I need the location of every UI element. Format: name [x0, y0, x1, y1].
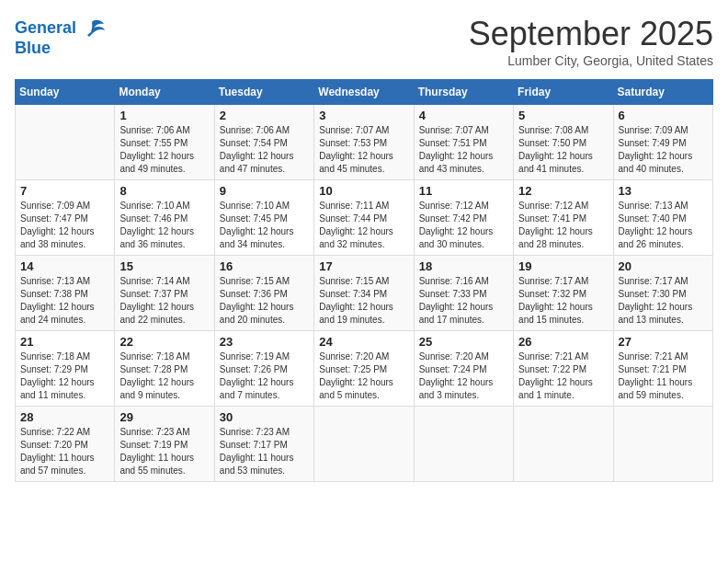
day-info: Sunrise: 7:19 AM Sunset: 7:26 PM Dayligh…	[220, 350, 309, 402]
calendar-cell: 9Sunrise: 7:10 AM Sunset: 7:45 PM Daylig…	[214, 180, 313, 256]
day-number: 25	[419, 335, 508, 349]
calendar-cell: 17Sunrise: 7:15 AM Sunset: 7:34 PM Dayli…	[314, 256, 414, 331]
day-number: 13	[619, 184, 708, 198]
calendar-cell: 26Sunrise: 7:21 AM Sunset: 7:22 PM Dayli…	[514, 331, 613, 407]
calendar-cell: 27Sunrise: 7:21 AM Sunset: 7:21 PM Dayli…	[613, 331, 712, 407]
day-info: Sunrise: 7:07 AM Sunset: 7:51 PM Dayligh…	[419, 124, 508, 176]
calendar-cell: 2Sunrise: 7:06 AM Sunset: 7:54 PM Daylig…	[214, 105, 313, 180]
day-number: 4	[419, 109, 508, 122]
calendar-cell: 5Sunrise: 7:08 AM Sunset: 7:50 PM Daylig…	[514, 105, 613, 180]
day-number: 17	[319, 259, 408, 273]
weekday-header-monday: Monday	[115, 80, 214, 105]
weekday-header-thursday: Thursday	[414, 80, 513, 105]
calendar-cell	[613, 407, 712, 482]
logo-bird-icon	[78, 15, 106, 42]
day-number: 11	[419, 184, 508, 198]
calendar-cell: 19Sunrise: 7:17 AM Sunset: 7:32 PM Dayli…	[514, 256, 613, 331]
calendar-cell	[314, 407, 414, 482]
calendar-week-2: 7Sunrise: 7:09 AM Sunset: 7:47 PM Daylig…	[16, 180, 713, 256]
calendar-cell	[514, 407, 613, 482]
day-number: 22	[119, 335, 209, 349]
day-info: Sunrise: 7:21 AM Sunset: 7:21 PM Dayligh…	[619, 350, 708, 402]
day-info: Sunrise: 7:17 AM Sunset: 7:30 PM Dayligh…	[619, 275, 708, 327]
day-number: 29	[119, 410, 209, 424]
calendar-week-4: 21Sunrise: 7:18 AM Sunset: 7:29 PM Dayli…	[16, 331, 713, 407]
day-info: Sunrise: 7:15 AM Sunset: 7:36 PM Dayligh…	[220, 275, 309, 327]
day-info: Sunrise: 7:10 AM Sunset: 7:45 PM Dayligh…	[220, 200, 309, 251]
day-info: Sunrise: 7:14 AM Sunset: 7:37 PM Dayligh…	[119, 275, 209, 327]
calendar-cell: 1Sunrise: 7:06 AM Sunset: 7:55 PM Daylig…	[115, 105, 214, 180]
calendar-table: SundayMondayTuesdayWednesdayThursdayFrid…	[15, 79, 713, 482]
day-number: 30	[220, 410, 309, 424]
day-info: Sunrise: 7:17 AM Sunset: 7:32 PM Dayligh…	[518, 275, 608, 327]
calendar-cell: 3Sunrise: 7:07 AM Sunset: 7:53 PM Daylig…	[314, 105, 414, 180]
header-row: SundayMondayTuesdayWednesdayThursdayFrid…	[16, 80, 713, 105]
day-number: 23	[220, 335, 309, 349]
day-info: Sunrise: 7:07 AM Sunset: 7:53 PM Dayligh…	[319, 124, 408, 176]
day-number: 19	[518, 259, 608, 273]
calendar-cell: 14Sunrise: 7:13 AM Sunset: 7:38 PM Dayli…	[16, 256, 115, 331]
header: General Blue September 2025 Lumber City,…	[15, 15, 713, 68]
day-info: Sunrise: 7:13 AM Sunset: 7:40 PM Dayligh…	[619, 200, 708, 251]
day-number: 8	[119, 184, 209, 198]
day-info: Sunrise: 7:09 AM Sunset: 7:49 PM Dayligh…	[619, 124, 708, 176]
calendar-cell: 25Sunrise: 7:20 AM Sunset: 7:24 PM Dayli…	[414, 331, 513, 407]
day-info: Sunrise: 7:10 AM Sunset: 7:46 PM Dayligh…	[119, 200, 209, 251]
weekday-header-friday: Friday	[514, 80, 613, 105]
month-title: September 2025	[469, 15, 713, 53]
calendar-cell: 13Sunrise: 7:13 AM Sunset: 7:40 PM Dayli…	[613, 180, 712, 256]
day-number: 18	[419, 259, 508, 273]
calendar-cell: 20Sunrise: 7:17 AM Sunset: 7:30 PM Dayli…	[613, 256, 712, 331]
weekday-header-wednesday: Wednesday	[314, 80, 414, 105]
weekday-header-sunday: Sunday	[16, 80, 115, 105]
logo: General Blue	[15, 15, 106, 59]
day-number: 3	[319, 109, 408, 122]
day-number: 28	[20, 410, 109, 424]
day-info: Sunrise: 7:08 AM Sunset: 7:50 PM Dayligh…	[518, 124, 608, 176]
day-number: 20	[619, 259, 708, 273]
logo-subtext: Blue	[15, 39, 51, 59]
day-number: 7	[20, 184, 109, 198]
calendar-cell: 11Sunrise: 7:12 AM Sunset: 7:42 PM Dayli…	[414, 180, 513, 256]
calendar-cell: 16Sunrise: 7:15 AM Sunset: 7:36 PM Dayli…	[214, 256, 313, 331]
calendar-cell	[16, 105, 115, 180]
day-info: Sunrise: 7:06 AM Sunset: 7:55 PM Dayligh…	[119, 124, 209, 176]
day-info: Sunrise: 7:18 AM Sunset: 7:29 PM Dayligh…	[20, 350, 109, 402]
day-number: 1	[119, 109, 209, 122]
day-number: 9	[220, 184, 309, 198]
day-number: 6	[619, 109, 708, 122]
day-info: Sunrise: 7:12 AM Sunset: 7:41 PM Dayligh…	[518, 200, 608, 251]
calendar-cell: 30Sunrise: 7:23 AM Sunset: 7:17 PM Dayli…	[214, 407, 313, 482]
day-number: 21	[20, 335, 109, 349]
day-number: 2	[220, 109, 309, 122]
day-info: Sunrise: 7:22 AM Sunset: 7:20 PM Dayligh…	[20, 426, 109, 477]
location-title: Lumber City, Georgia, United States	[469, 53, 713, 68]
logo-text: General	[15, 18, 76, 39]
day-number: 27	[619, 335, 708, 349]
day-info: Sunrise: 7:23 AM Sunset: 7:17 PM Dayligh…	[220, 426, 309, 477]
day-info: Sunrise: 7:20 AM Sunset: 7:25 PM Dayligh…	[319, 350, 408, 402]
day-info: Sunrise: 7:15 AM Sunset: 7:34 PM Dayligh…	[319, 275, 408, 327]
day-info: Sunrise: 7:13 AM Sunset: 7:38 PM Dayligh…	[20, 275, 109, 327]
calendar-cell: 15Sunrise: 7:14 AM Sunset: 7:37 PM Dayli…	[115, 256, 214, 331]
day-info: Sunrise: 7:09 AM Sunset: 7:47 PM Dayligh…	[20, 200, 109, 251]
day-info: Sunrise: 7:23 AM Sunset: 7:19 PM Dayligh…	[119, 426, 209, 477]
calendar-cell: 7Sunrise: 7:09 AM Sunset: 7:47 PM Daylig…	[16, 180, 115, 256]
calendar-week-3: 14Sunrise: 7:13 AM Sunset: 7:38 PM Dayli…	[16, 256, 713, 331]
day-info: Sunrise: 7:12 AM Sunset: 7:42 PM Dayligh…	[419, 200, 508, 251]
day-number: 10	[319, 184, 408, 198]
day-number: 16	[220, 259, 309, 273]
calendar-cell: 10Sunrise: 7:11 AM Sunset: 7:44 PM Dayli…	[314, 180, 414, 256]
calendar-cell: 22Sunrise: 7:18 AM Sunset: 7:28 PM Dayli…	[115, 331, 214, 407]
calendar-cell: 24Sunrise: 7:20 AM Sunset: 7:25 PM Dayli…	[314, 331, 414, 407]
weekday-header-tuesday: Tuesday	[214, 80, 313, 105]
day-info: Sunrise: 7:21 AM Sunset: 7:22 PM Dayligh…	[518, 350, 608, 402]
day-number: 15	[119, 259, 209, 273]
calendar-week-1: 1Sunrise: 7:06 AM Sunset: 7:55 PM Daylig…	[16, 105, 713, 180]
calendar-cell: 8Sunrise: 7:10 AM Sunset: 7:46 PM Daylig…	[115, 180, 214, 256]
day-number: 5	[518, 109, 608, 122]
day-number: 14	[20, 259, 109, 273]
weekday-header-saturday: Saturday	[613, 80, 712, 105]
calendar-cell: 23Sunrise: 7:19 AM Sunset: 7:26 PM Dayli…	[214, 331, 313, 407]
calendar-cell	[414, 407, 513, 482]
